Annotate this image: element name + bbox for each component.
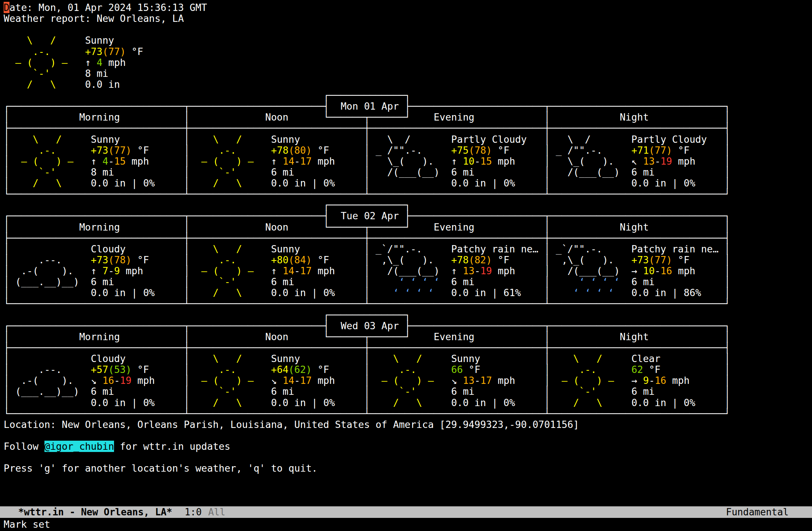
text-run: Press 'g' for another location's weather… (4, 463, 318, 474)
text-run: ↑ (265, 156, 283, 167)
text-run: +57 (91, 364, 108, 375)
text-run: ↘ (265, 375, 283, 386)
buffer-line: ├──────────────────────────────┼────────… (4, 123, 730, 134)
text-run: ― ( ) ― (190, 375, 265, 386)
text-run: °F │ (312, 364, 370, 375)
text-run: mph │ (672, 265, 730, 276)
text-run: - (655, 265, 660, 276)
buffer-line: ― ( ) ― ↑ 4 mph (4, 57, 730, 68)
text-run: +71 (631, 145, 649, 156)
modeline: *wttr.in - New Orleans, LA* 1:0 All Fund… (0, 506, 812, 518)
text-run: 0.0 in | 0% │ (446, 397, 550, 408)
text-run: °F │ (132, 364, 190, 375)
twitter-handle-link[interactable]: @igor_chubin (44, 441, 114, 452)
text-run: 13 (463, 265, 475, 276)
text-run: - (294, 156, 300, 167)
buffer-line: Follow @igor_chubin for wttr.in updates (4, 441, 730, 452)
text-run: mph │ (126, 156, 190, 167)
text-run: .-. (190, 364, 265, 375)
text-run: 0.0 in | 0% │ (265, 287, 370, 298)
text-run: Location: New Orleans, Orleans Parish, L… (4, 419, 579, 430)
text-run: Sunny │ (85, 134, 189, 145)
text-run: Sunny │ _`/"".-. Patchy rain ne… │ _`/""… (265, 243, 730, 255)
text-run: `-' (190, 166, 265, 178)
buffer-line: \ / Sunny (4, 35, 730, 46)
text-run: `-' (370, 386, 445, 397)
text-run: - (655, 156, 660, 167)
text-run: °F │ _ /"".-. (312, 145, 451, 156)
text-run: ― ( ) ― (4, 57, 79, 68)
text-run: ↑ (265, 265, 283, 276)
text-run: +64 (271, 364, 289, 375)
text-run: 4 (102, 156, 108, 167)
modeline-major-mode: Fundamental (726, 507, 789, 518)
text-run: ― ( ) ― (9, 156, 85, 167)
buffer-line: │ / \ 0.0 in | 0% │ / \ 0.0 in | 0% │ 0.… (4, 178, 730, 189)
text-run: (77) (102, 46, 126, 57)
text-run: 6 mi │ (446, 276, 550, 287)
text-run: ↘ (446, 375, 463, 386)
text-run: - (108, 156, 114, 167)
text-run: Weather report: New Orleans, LA (4, 13, 184, 24)
text-run: → (625, 375, 643, 386)
modeline-position: 1:0 (185, 507, 202, 518)
text-run: (82) (468, 254, 492, 266)
text-run (79, 46, 85, 57)
buffer-line: │ \ / Sunny │ \ / Sunny │ \ / Partly Clo… (4, 134, 730, 145)
text-run: (78) (468, 145, 492, 156)
text-run: │ (4, 145, 9, 156)
text-run: 16 (660, 265, 672, 276)
buffer-line: └──────────────────────────────┴────────… (4, 189, 730, 200)
buffer-line: │ Cloudy │ \ / Sunny │ \ / Sunny │ \ / C… (4, 353, 730, 364)
text-run: .-. (550, 364, 625, 375)
text-run: │ (4, 177, 9, 189)
text-run: mph │ (492, 375, 550, 386)
text-run: 19 (480, 265, 492, 276)
text-run: mph │ \_( ). ↑ (312, 156, 463, 167)
text-run (446, 364, 451, 375)
buffer-line: │ (___.__)__) 6 mi │ `-' 6 mi │ ‘ ‘ ‘ ‘ … (4, 276, 730, 287)
text-run: - (114, 375, 120, 386)
text-run: mph │ /(___(__) → (492, 265, 643, 276)
text-run: ‘ ‘ ‘ ‘ (370, 287, 445, 298)
text-run: \ / (550, 353, 625, 364)
text-run (265, 145, 271, 156)
text-run: - (108, 265, 114, 276)
text-run: mph │ /(___(__) ↑ (312, 265, 463, 276)
buffer-line: │ 0.0 in | 0% │ / \ 0.0 in | 0% │ ‘ ‘ ‘ … (4, 287, 730, 298)
buffer-line: ├──────────────────────────────┼────────… (4, 233, 730, 244)
terminal-buffer: Date: Mon, 01 Apr 2024 15:36:13 GMTWeath… (4, 2, 730, 474)
text-run: Sunny │ \ / Partly Cloudy │ \ / Partly C… (265, 134, 730, 145)
buffer-line: │ .-. +73(77) °F │ .-. +78(80) °F │ _ /"… (4, 145, 730, 156)
text-run: `-' (190, 276, 265, 287)
text-run: `-' (9, 166, 85, 178)
text-run: 6 mi │ (265, 276, 370, 287)
text-run: \ / (9, 134, 85, 145)
text-run: 0.0 in | 86% │ (625, 287, 730, 298)
text-run: ↑ (85, 156, 102, 167)
buffer-line: └──────────────────────────────┴────────… (4, 408, 730, 419)
buffer-line: `-' 8 mi (4, 68, 730, 79)
text-run: (80) (289, 145, 312, 156)
echo-area: Mark set (4, 519, 50, 530)
text-run: / \ (9, 177, 85, 189)
text-run: \ / (190, 134, 265, 145)
text-run: (78) (108, 254, 132, 266)
text-run: 8 mi (79, 68, 108, 79)
text-run: │ .-( ). ↑ (4, 265, 102, 276)
text-run: \ / (190, 243, 265, 255)
terminal-screen: Date: Mon, 01 Apr 2024 15:36:13 GMTWeath… (0, 0, 812, 531)
text-run: mph │ (312, 375, 370, 386)
text-run: ┌──────────────────────────────┬────────… (4, 101, 730, 112)
text-run: ┌─────────────┐ (4, 90, 411, 101)
text-run: 17 (480, 375, 492, 386)
text-run: mph │ \_( ). ↖ (492, 156, 643, 167)
text-run: 0.0 in | 61% │ (446, 287, 550, 298)
buffer-line: Location: New Orleans, Orleans Parish, L… (4, 419, 730, 430)
buffer-line: .-. +73(77) °F (4, 46, 730, 57)
text-run: 6 mi │ (446, 386, 550, 397)
text-run: Sunny │ (446, 353, 550, 364)
text-run: │ .--. (4, 364, 91, 375)
text-run: .-. (9, 145, 85, 156)
buffer-line: Press 'g' for another location's weather… (4, 463, 730, 474)
